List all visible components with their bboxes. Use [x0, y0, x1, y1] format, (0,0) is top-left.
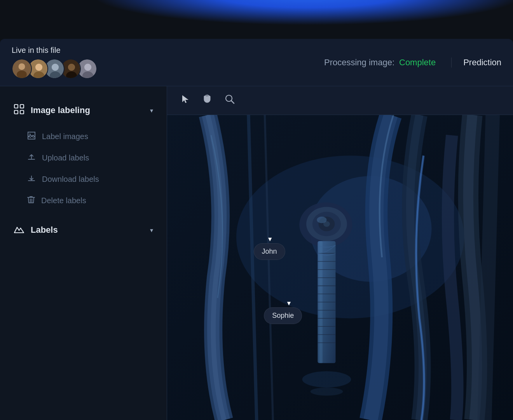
tooltip-sophie-text: Sophie: [272, 312, 294, 320]
download-labels-icon: [27, 174, 36, 185]
processing-label: Processing image:: [324, 58, 394, 68]
sidebar: Image labeling ▾: [0, 86, 167, 420]
svg-point-2: [17, 71, 27, 78]
header: Live in this file: [0, 39, 513, 86]
download-labels-label: Download labels: [42, 175, 99, 184]
sidebar-item-upload-labels[interactable]: Upload labels: [0, 147, 167, 169]
avatars-row: [12, 59, 93, 79]
tooltip-sophie-arrow: ▼: [286, 300, 292, 307]
canvas-area: ▼ John ▼ Sophie: [167, 86, 513, 420]
main-content: Image labeling ▾: [0, 86, 513, 420]
svg-rect-21: [20, 105, 24, 108]
svg-point-15: [68, 64, 75, 71]
prediction-section: Prediction: [451, 58, 501, 68]
upload-labels-label: Upload labels: [42, 153, 89, 162]
image-labeling-items: Label images Upload labels: [0, 123, 167, 214]
avatar: [12, 59, 32, 79]
live-title: Live in this file: [12, 46, 93, 55]
sidebar-section-labels: Labels ▾: [0, 218, 167, 242]
hand-tool-button[interactable]: [200, 92, 215, 109]
svg-point-19: [84, 64, 91, 71]
svg-rect-20: [14, 105, 18, 108]
sidebar-item-delete-labels[interactable]: Delete labels: [0, 190, 167, 211]
svg-point-50: [311, 387, 343, 396]
delete-labels-label: Delete labels: [41, 196, 86, 205]
tooltip-john-text: John: [262, 247, 277, 256]
labels-chevron: ▾: [150, 227, 153, 234]
labels-header-left: Labels: [14, 224, 58, 236]
label-tooltip-john: ▼ John: [254, 243, 285, 260]
svg-point-7: [35, 64, 42, 71]
delete-labels-icon: [27, 195, 35, 206]
labels-header[interactable]: Labels ▾: [0, 218, 167, 242]
labels-title: Labels: [31, 225, 58, 235]
labels-icon: [14, 224, 24, 236]
svg-rect-22: [14, 110, 18, 114]
svg-point-11: [52, 64, 59, 71]
label-tooltip-sophie: ▼ Sophie: [264, 307, 302, 324]
svg-rect-23: [20, 110, 24, 114]
scene-svg: [167, 115, 513, 420]
prediction-label: Prediction: [463, 58, 501, 67]
sidebar-item-download-labels[interactable]: Download labels: [0, 169, 167, 190]
zoom-tool-button[interactable]: [222, 92, 237, 109]
image-labeling-icon: [14, 104, 24, 117]
image-labeling-title: Image labeling: [31, 105, 90, 115]
image-labeling-header[interactable]: Image labeling ▾: [0, 98, 167, 123]
svg-point-3: [19, 63, 25, 70]
tooltip-john-arrow: ▼: [267, 236, 273, 243]
label-images-icon: [27, 131, 36, 142]
live-section: Live in this file: [12, 46, 93, 79]
status-badge: Complete: [399, 58, 436, 68]
select-tool-button[interactable]: [179, 92, 192, 109]
canvas-content[interactable]: ▼ John ▼ Sophie: [167, 115, 513, 420]
image-labeling-chevron: ▾: [150, 107, 153, 114]
processing-section: Processing image: Complete: [324, 58, 436, 68]
svg-point-24: [30, 134, 31, 135]
app-window: Live in this file: [0, 39, 513, 420]
svg-point-49: [302, 371, 351, 388]
sidebar-item-label-images[interactable]: Label images: [0, 126, 167, 147]
toolbar: [167, 86, 513, 115]
section-header-left: Image labeling: [14, 104, 90, 117]
label-images-label: Label images: [42, 132, 88, 141]
upload-labels-icon: [27, 153, 36, 163]
svg-point-34: [317, 217, 326, 223]
sidebar-section-image-labeling: Image labeling ▾: [0, 98, 167, 214]
